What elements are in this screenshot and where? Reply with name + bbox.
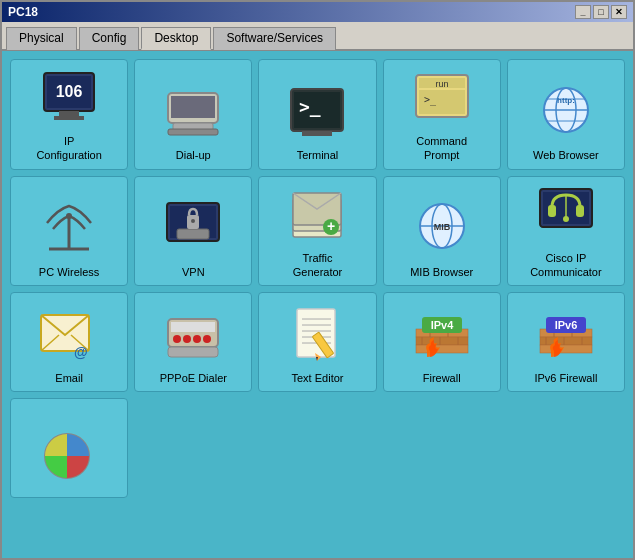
- svg-rect-44: [548, 205, 556, 217]
- svg-point-27: [66, 213, 72, 219]
- text-editor-item[interactable]: Text Editor: [258, 292, 376, 392]
- cisco-ip-communicator-item[interactable]: Cisco IPCommunicator: [507, 176, 625, 287]
- text-editor-label: Text Editor: [292, 371, 344, 385]
- vpn-label: VPN: [182, 265, 205, 279]
- svg-rect-30: [177, 229, 209, 239]
- firewall-icon: IPv4: [410, 303, 474, 367]
- firewall-item[interactable]: IPv4 Firewall: [383, 292, 501, 392]
- dialup-item[interactable]: Dial-up: [134, 59, 252, 170]
- svg-text:IPv4: IPv4: [430, 319, 454, 331]
- svg-rect-80: [540, 345, 592, 353]
- cisco-ip-communicator-label: Cisco IPCommunicator: [530, 251, 602, 280]
- svg-rect-69: [416, 337, 468, 345]
- svg-rect-53: [171, 322, 215, 332]
- ipv6-firewall-item[interactable]: IPv6 IPv6 Firewall: [507, 292, 625, 392]
- maximize-button[interactable]: □: [593, 5, 609, 19]
- firewall-label: Firewall: [423, 371, 461, 385]
- mib-browser-item[interactable]: MIB MIB Browser: [383, 176, 501, 287]
- mib-browser-label: MIB Browser: [410, 265, 473, 279]
- svg-text:@: @: [74, 344, 88, 360]
- text-editor-icon: [285, 303, 349, 367]
- vpn-icon: [161, 197, 225, 261]
- app-grid: 106 IPConfiguration Dial: [10, 59, 625, 498]
- tab-bar: Physical Config Desktop Software/Service…: [2, 22, 633, 51]
- pc-wireless-icon: [37, 197, 101, 261]
- svg-rect-8: [168, 129, 218, 135]
- svg-point-57: [203, 335, 211, 343]
- pppoe-dialer-label: PPPoE Dialer: [160, 371, 227, 385]
- ipv6-firewall-icon: IPv6: [534, 303, 598, 367]
- svg-point-54: [173, 335, 181, 343]
- svg-text:IPv6: IPv6: [555, 319, 578, 331]
- tab-config[interactable]: Config: [79, 27, 140, 50]
- terminal-icon: >_: [285, 80, 349, 144]
- terminal-label: Terminal: [297, 148, 339, 162]
- svg-rect-12: [302, 131, 332, 136]
- svg-text:http:: http:: [557, 96, 575, 105]
- dialup-label: Dial-up: [176, 148, 211, 162]
- minimize-button[interactable]: _: [575, 5, 591, 19]
- svg-rect-6: [171, 96, 215, 118]
- mib-browser-icon: MIB: [410, 197, 474, 261]
- close-button[interactable]: ✕: [611, 5, 627, 19]
- cisco-ip-communicator-icon: [534, 183, 598, 247]
- svg-rect-4: [54, 116, 84, 120]
- title-bar: PC18 _ □ ✕: [2, 2, 633, 22]
- ip-configuration-label: IPConfiguration: [36, 134, 101, 163]
- tab-physical[interactable]: Physical: [6, 27, 77, 50]
- command-prompt-item[interactable]: run >_ CommandPrompt: [383, 59, 501, 170]
- pppoe-dialer-icon: [161, 303, 225, 367]
- svg-text:>_: >_: [424, 94, 437, 106]
- pc-wireless-label: PC Wireless: [39, 265, 100, 279]
- svg-text:106: 106: [56, 83, 83, 100]
- vpn-item[interactable]: VPN: [134, 176, 252, 287]
- svg-text:>_: >_: [299, 96, 321, 117]
- svg-point-32: [191, 219, 195, 223]
- pc-wireless-item[interactable]: PC Wireless: [10, 176, 128, 287]
- svg-rect-70: [416, 345, 468, 353]
- dialup-icon: [161, 80, 225, 144]
- svg-point-47: [563, 216, 569, 222]
- svg-rect-58: [168, 347, 218, 357]
- email-icon: @: [37, 303, 101, 367]
- web-browser-icon: http:: [534, 80, 598, 144]
- ip-configuration-icon: 106: [37, 66, 101, 130]
- tab-desktop[interactable]: Desktop: [141, 27, 211, 50]
- traffic-generator-icon: +: [285, 183, 349, 247]
- svg-rect-79: [540, 337, 592, 345]
- svg-point-56: [193, 335, 201, 343]
- email-item[interactable]: @ Email: [10, 292, 128, 392]
- traffic-generator-label: TrafficGenerator: [293, 251, 343, 280]
- svg-rect-45: [576, 205, 584, 217]
- command-prompt-label: CommandPrompt: [416, 134, 467, 163]
- ip-configuration-item[interactable]: 106 IPConfiguration: [10, 59, 128, 170]
- disk-manager-item[interactable]: [10, 398, 128, 498]
- svg-rect-3: [59, 111, 79, 116]
- traffic-generator-item[interactable]: + TrafficGenerator: [258, 176, 376, 287]
- svg-text:run: run: [435, 79, 448, 89]
- web-browser-item[interactable]: http: Web Browser: [507, 59, 625, 170]
- command-prompt-icon: run >_: [410, 66, 474, 130]
- svg-text:+: +: [327, 218, 335, 234]
- pppoe-dialer-item[interactable]: PPPoE Dialer: [134, 292, 252, 392]
- email-label: Email: [55, 371, 83, 385]
- window: PC18 _ □ ✕ Physical Config Desktop Softw…: [0, 0, 635, 560]
- svg-text:MIB: MIB: [433, 222, 450, 232]
- terminal-item[interactable]: >_ Terminal: [258, 59, 376, 170]
- tab-software[interactable]: Software/Services: [213, 27, 336, 50]
- desktop-content: 106 IPConfiguration Dial: [2, 51, 633, 558]
- web-browser-label: Web Browser: [533, 148, 599, 162]
- title-bar-buttons: _ □ ✕: [575, 5, 627, 19]
- disk-manager-icon: [37, 423, 101, 487]
- svg-point-55: [183, 335, 191, 343]
- ipv6-firewall-label: IPv6 Firewall: [534, 371, 597, 385]
- window-title: PC18: [8, 5, 38, 19]
